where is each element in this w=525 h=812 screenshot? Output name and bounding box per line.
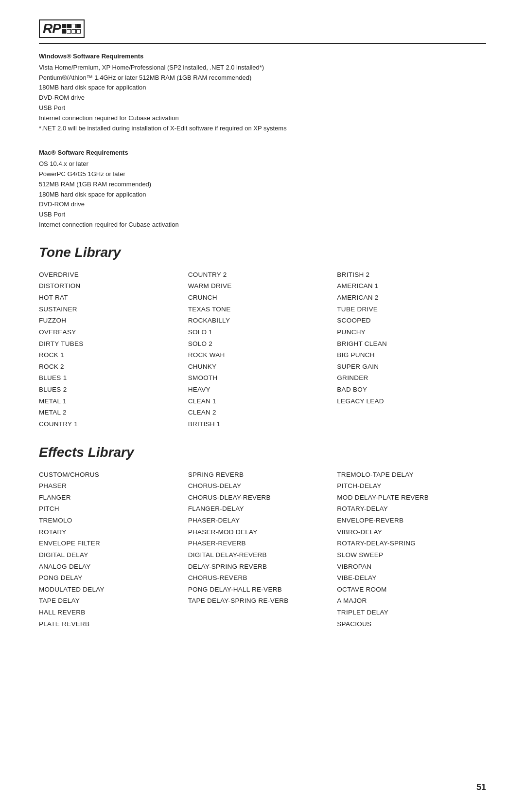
effects-library-title: Effects Library bbox=[39, 445, 486, 460]
effects-library-section: Effects Library CUSTOM/CHORUSPHASERFLANG… bbox=[39, 445, 486, 630]
logo-area: RP bbox=[39, 19, 486, 38]
effects-library-item: ROTARY-DELAY bbox=[337, 503, 486, 515]
effects-library-item: CHORUS-DLEAY-REVERB bbox=[188, 492, 337, 504]
mac-requirements: Mac® Software Requirements OS 10.4.x or … bbox=[39, 148, 486, 230]
logo-sq5 bbox=[62, 29, 66, 34]
effects-library-item: HALL REVERB bbox=[39, 607, 188, 618]
tone-library-item: CRUNCH bbox=[188, 292, 337, 304]
tone-library-item: METAL 2 bbox=[39, 407, 188, 418]
logo-sq3 bbox=[71, 24, 76, 28]
effects-library-item: DELAY-SPRING REVERB bbox=[188, 561, 337, 573]
logo-sq8 bbox=[76, 29, 81, 34]
logo-rp-text: RP bbox=[43, 22, 61, 36]
effects-library-item: VIBE-DELAY bbox=[337, 572, 486, 584]
mac-req-line: USB Port bbox=[39, 210, 486, 220]
tone-library-item: HEAVY bbox=[188, 384, 337, 396]
tone-library-item: ROCK 2 bbox=[39, 361, 188, 373]
windows-req-line: 180MB hard disk space for application bbox=[39, 83, 486, 93]
effects-library-item: FLANGER-DELAY bbox=[188, 503, 337, 515]
tone-library-item: AMERICAN 2 bbox=[337, 292, 486, 304]
tone-library-item: WARM DRIVE bbox=[188, 280, 337, 292]
tone-library-item: SOLO 2 bbox=[188, 338, 337, 350]
effects-library-item: PLATE REVERB bbox=[39, 618, 188, 630]
tone-library-section: Tone Library OVERDRIVEDISTORTIONHOT RATS… bbox=[39, 245, 486, 430]
effects-col-1: CUSTOM/CHORUSPHASERFLANGERPITCHTREMOLORO… bbox=[39, 469, 188, 630]
logo-sq7 bbox=[71, 29, 76, 34]
tone-library-item: COUNTRY 2 bbox=[188, 269, 337, 281]
logo-1000 bbox=[62, 24, 81, 34]
tone-library-item: CHUNKY bbox=[188, 361, 337, 373]
effects-library-item: SLOW SWEEP bbox=[337, 549, 486, 561]
mac-req-lines: OS 10.4.x or laterPowerPC G4/G5 1GHz or … bbox=[39, 159, 486, 230]
effects-library-item: DIGITAL DELAY bbox=[39, 549, 188, 561]
tone-library-item: ROCK 1 bbox=[39, 349, 188, 361]
effects-library-item: A MAJOR bbox=[337, 595, 486, 607]
effects-library-item: ANALOG DELAY bbox=[39, 561, 188, 573]
windows-req-lines: Vista Home/Premium, XP Home/Professional… bbox=[39, 63, 486, 134]
effects-library-item: MOD DELAY-PLATE REVERB bbox=[337, 492, 486, 504]
logo-box: RP bbox=[39, 19, 85, 38]
effects-library-item: CHORUS-DELAY bbox=[188, 480, 337, 492]
logo-divider bbox=[39, 43, 486, 44]
tone-library-item: FUZZOH bbox=[39, 315, 188, 326]
logo-sq2 bbox=[67, 24, 71, 28]
effects-col-2: SPRING REVERBCHORUS-DELAYCHORUS-DLEAY-RE… bbox=[188, 469, 337, 630]
tone-library-item: COUNTRY 1 bbox=[39, 418, 188, 430]
effects-library-item: SPRING REVERB bbox=[188, 469, 337, 481]
windows-req-line: Pentium®/Athlon™ 1.4GHz or later 512MB R… bbox=[39, 73, 486, 83]
effects-library-item: DIGITAL DELAY-REVERB bbox=[188, 549, 337, 561]
effects-library-item: FLANGER bbox=[39, 492, 188, 504]
tone-library-item: BRIGHT CLEAN bbox=[337, 338, 486, 350]
effects-library-item: TAPE DELAY bbox=[39, 595, 188, 607]
tone-library-item: AMERICAN 1 bbox=[337, 280, 486, 292]
tone-library-item: BLUES 1 bbox=[39, 372, 188, 384]
mac-req-line: OS 10.4.x or later bbox=[39, 159, 486, 169]
page-number: 51 bbox=[476, 782, 486, 793]
effects-library-item: OCTAVE ROOM bbox=[337, 584, 486, 595]
tone-library-item: DISTORTION bbox=[39, 280, 188, 292]
mac-req-heading: Mac® Software Requirements bbox=[39, 148, 486, 158]
effects-library-item: PITCH bbox=[39, 503, 188, 515]
tone-col-1: OVERDRIVEDISTORTIONHOT RATSUSTAINERFUZZO… bbox=[39, 269, 188, 430]
effects-library-item: PONG DELAY bbox=[39, 572, 188, 584]
tone-library-item: BRITISH 2 bbox=[337, 269, 486, 281]
windows-requirements: Windows® Software Requirements Vista Hom… bbox=[39, 52, 486, 133]
tone-library-item: SCOOPED bbox=[337, 315, 486, 326]
effects-library-item: PHASER-REVERB bbox=[188, 538, 337, 549]
logo-sq4 bbox=[76, 24, 81, 28]
logo-sq6 bbox=[67, 29, 71, 34]
effects-library-item: PHASER-MOD DELAY bbox=[188, 526, 337, 538]
tone-library-columns: OVERDRIVEDISTORTIONHOT RATSUSTAINERFUZZO… bbox=[39, 269, 486, 430]
logo-sq1 bbox=[62, 24, 66, 28]
tone-col-2: COUNTRY 2WARM DRIVECRUNCHTEXAS TONEROCKA… bbox=[188, 269, 337, 430]
windows-req-heading: Windows® Software Requirements bbox=[39, 52, 486, 62]
tone-library-item: CLEAN 1 bbox=[188, 396, 337, 407]
effects-library-item: TAPE DELAY-SPRING RE-VERB bbox=[188, 595, 337, 607]
tone-library-item: OVERDRIVE bbox=[39, 269, 188, 281]
effects-library-item: PHASER-DELAY bbox=[188, 515, 337, 526]
effects-library-item: VIBRO-DELAY bbox=[337, 526, 486, 538]
windows-req-line: Vista Home/Premium, XP Home/Professional… bbox=[39, 63, 486, 73]
effects-library-item: ROTARY bbox=[39, 526, 188, 538]
effects-library-item: TRIPLET DELAY bbox=[337, 607, 486, 618]
mac-req-line: 512MB RAM (1GB RAM recommended) bbox=[39, 180, 486, 190]
tone-library-item: LEGACY LEAD bbox=[337, 396, 486, 407]
effects-library-columns: CUSTOM/CHORUSPHASERFLANGERPITCHTREMOLORO… bbox=[39, 469, 486, 630]
windows-req-line: *.NET 2.0 will be installed during insta… bbox=[39, 124, 486, 134]
effects-library-item: ENVELOPE FILTER bbox=[39, 538, 188, 549]
tone-library-item: SMOOTH bbox=[188, 372, 337, 384]
effects-library-item: PHASER bbox=[39, 480, 188, 492]
windows-req-line: USB Port bbox=[39, 103, 486, 113]
effects-library-item: VIBROPAN bbox=[337, 561, 486, 573]
tone-library-item: BAD BOY bbox=[337, 384, 486, 396]
tone-library-item: METAL 1 bbox=[39, 396, 188, 407]
effects-library-item: PITCH-DELAY bbox=[337, 480, 486, 492]
tone-library-item: CLEAN 2 bbox=[188, 407, 337, 418]
effects-library-item: MODULATED DELAY bbox=[39, 584, 188, 595]
effects-library-item: CUSTOM/CHORUS bbox=[39, 469, 188, 481]
effects-library-item: TREMOLO bbox=[39, 515, 188, 526]
mac-req-line: DVD-ROM drive bbox=[39, 199, 486, 210]
tone-library-item: GRINDER bbox=[337, 372, 486, 384]
effects-library-item: CHORUS-REVERB bbox=[188, 572, 337, 584]
windows-req-line: Internet connection required for Cubase … bbox=[39, 113, 486, 124]
